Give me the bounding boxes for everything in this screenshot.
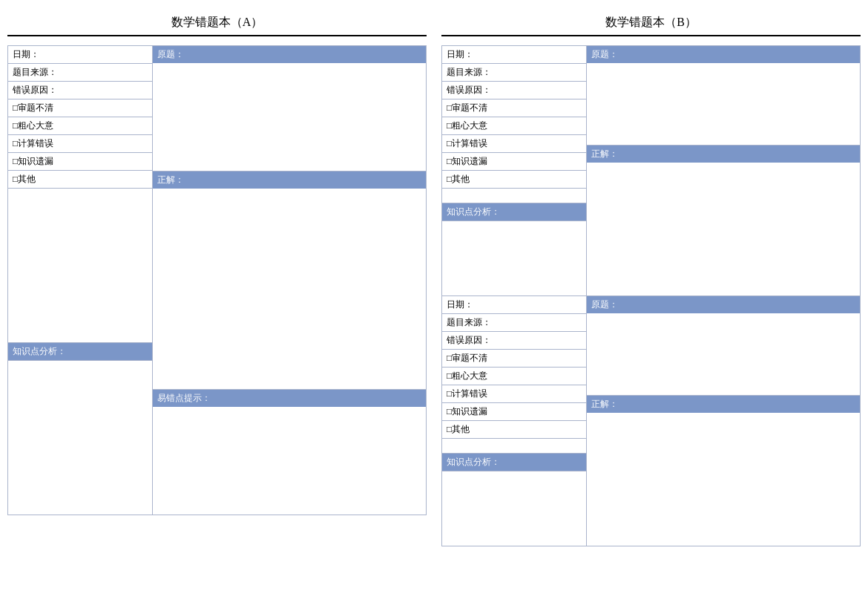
spacer (8, 189, 152, 343)
yicuodian-header: 易错点提示： (153, 390, 426, 407)
b2-knowledge-header: 知识点分析： (442, 454, 586, 471)
yicuodian-content (153, 407, 426, 515)
check1-field: □审题不清 (8, 99, 152, 117)
check3-field: □计算错误 (8, 135, 152, 153)
b2-zhengjie-header: 正解： (587, 396, 860, 413)
knowledge-header: 知识点分析： (8, 343, 152, 361)
card-b-bottom-left: 日期： 题目来源： 错误原因： □审题不清 □粗心大意 □计算错误 □知识遗漏 … (442, 296, 587, 546)
b-check4: □知识遗漏 (442, 153, 586, 171)
zhengjie-content (153, 189, 426, 389)
b-zhengjie-block: 正解： (587, 146, 860, 244)
b2-check1: □审题不清 (442, 350, 586, 368)
yuanti-block: 原题： (153, 46, 426, 172)
source-field: 题目来源： (8, 64, 152, 82)
card-b-bottom-right: 原题： 正解： (587, 296, 860, 546)
yuanti-content (153, 63, 426, 171)
b2-spacer (442, 439, 586, 454)
card-b-top-right: 原题： 正解： (587, 46, 860, 295)
yicuodian-block: 易错点提示： (153, 390, 426, 515)
b-yuanti-header: 原题： (587, 46, 860, 63)
right-half: 数学错题本（B） 日期： 题目来源： 错误原因： □审题不清 □粗心大意 □计算… (441, 15, 861, 546)
yuanti-header: 原题： (153, 46, 426, 63)
b2-source-field: 题目来源： (442, 314, 586, 332)
b2-zhengjie-content (587, 413, 860, 494)
b-date-field: 日期： (442, 46, 586, 64)
b-spacer (442, 189, 586, 203)
card-a-right: 原题： 正解： 易错点提示： (153, 46, 426, 515)
b-yuanti-content (587, 63, 860, 145)
right-title: 数学错题本（B） (441, 15, 861, 36)
b-check5: □其他 (442, 171, 586, 189)
b-knowledge-header: 知识点分析： (442, 203, 586, 221)
b-check3: □计算错误 (442, 135, 586, 153)
b2-check2: □粗心大意 (442, 368, 586, 385)
card-b-top: 日期： 题目来源： 错误原因： □审题不清 □粗心大意 □计算错误 □知识遗漏 … (441, 45, 861, 296)
b-yuanti-block: 原题： (587, 46, 860, 146)
b2-reason-field: 错误原因： (442, 332, 586, 350)
b-zhengjie-header: 正解： (587, 146, 860, 163)
date-field: 日期： (8, 46, 152, 64)
reason-field: 错误原因： (8, 82, 152, 99)
b-check2: □粗心大意 (442, 117, 586, 135)
left-half: 数学错题本（A） 日期： 题目来源： 错误原因： □审题不清 □粗心大意 □计算… (7, 15, 427, 546)
card-a-left: 日期： 题目来源： 错误原因： □审题不清 □粗心大意 □计算错误 □知识遗漏 … (8, 46, 153, 515)
zhengjie-block: 正解： (153, 172, 426, 390)
b2-check5: □其他 (442, 421, 586, 439)
b-knowledge-content (442, 221, 586, 295)
b2-check4: □知识遗漏 (442, 403, 586, 421)
left-title: 数学错题本（A） (7, 15, 427, 36)
b2-knowledge-content (442, 471, 586, 546)
b-source-field: 题目来源： (442, 64, 586, 82)
b-reason-field: 错误原因： (442, 82, 586, 99)
card-b-top-left: 日期： 题目来源： 错误原因： □审题不清 □粗心大意 □计算错误 □知识遗漏 … (442, 46, 587, 295)
card-a: 日期： 题目来源： 错误原因： □审题不清 □粗心大意 □计算错误 □知识遗漏 … (7, 45, 427, 515)
zhengjie-header: 正解： (153, 172, 426, 189)
page-container: 数学错题本（A） 日期： 题目来源： 错误原因： □审题不清 □粗心大意 □计算… (0, 0, 868, 561)
b2-zhengjie-block: 正解： (587, 396, 860, 494)
check5-field: □其他 (8, 171, 152, 189)
b-check1: □审题不清 (442, 99, 586, 117)
b2-yuanti-block: 原题： (587, 296, 860, 396)
b2-date-field: 日期： (442, 296, 586, 314)
b2-check3: □计算错误 (442, 385, 586, 403)
knowledge-content (8, 361, 152, 515)
b2-yuanti-content (587, 313, 860, 395)
check2-field: □粗心大意 (8, 117, 152, 135)
b-zhengjie-content (587, 163, 860, 244)
b2-yuanti-header: 原题： (587, 296, 860, 313)
card-b-bottom: 日期： 题目来源： 错误原因： □审题不清 □粗心大意 □计算错误 □知识遗漏 … (441, 296, 861, 546)
check4-field: □知识遗漏 (8, 153, 152, 171)
